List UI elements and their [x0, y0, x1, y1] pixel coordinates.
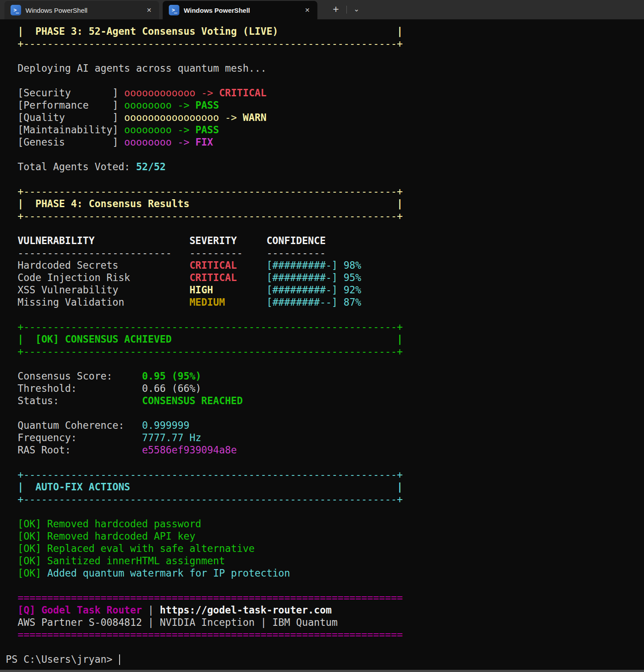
terminal-text-segment: Quantum Coherence:	[6, 420, 142, 431]
terminal-line	[6, 50, 644, 62]
terminal-line: XSS Vulnerability HIGH [#########-] 92%	[6, 284, 644, 296]
prompt-text: PS C:\Users\jryan>	[6, 654, 118, 665]
terminal-text-segment: oooooooo ->	[124, 124, 196, 135]
terminal-text-segment: [#########-] 92%	[266, 284, 361, 296]
terminal-line: Consensus Score: 0.95 (95%)	[6, 370, 644, 382]
terminal[interactable]: | PHASE 3: 52-Agent Consensus Voting (LI…	[0, 19, 644, 670]
powershell-icon: >_	[169, 5, 179, 15]
terminal-line	[6, 308, 644, 321]
tab-label: Windows PowerShell	[184, 7, 301, 14]
terminal-text-segment: [Security ]	[6, 87, 124, 99]
terminal-line: [Quality ] oooooooooooooooo -> WARN	[6, 111, 644, 124]
terminal-text-segment: MEDIUM	[189, 296, 225, 308]
terminal-line: [Genesis ] oooooooo -> FIX	[6, 136, 644, 148]
terminal-text-segment: |	[148, 604, 160, 616]
terminal-line: Threshold: 0.66 (66%)	[6, 382, 644, 394]
terminal-line: [OK] Removed hardcoded password	[6, 518, 644, 530]
terminal-text-segment: +---------------------------------------…	[6, 38, 403, 49]
terminal-line: Missing Validation MEDIUM [########--] 8…	[6, 296, 644, 308]
terminal-line: [OK] Removed hardcoded API key	[6, 530, 644, 542]
terminal-line	[6, 505, 644, 518]
terminal-line: Quantum Coherence: 0.999999	[6, 419, 644, 431]
terminal-text-segment: oooooooooooo ->	[124, 87, 219, 99]
terminal-text-segment: +---------------------------------------…	[6, 493, 403, 505]
terminal-text-segment: +---------------------------------------…	[6, 321, 403, 332]
terminal-line: AWS Partner S-0084812 | NVIDIA Inception…	[6, 616, 644, 628]
tab-bar-separator	[346, 6, 347, 14]
terminal-text-segment: CRITICAL	[219, 87, 266, 99]
terminal-line	[6, 641, 644, 653]
terminal-line: [Performance ] oooooooo -> PASS	[6, 99, 644, 111]
terminal-text-segment: PASS	[195, 99, 219, 111]
terminal-text-segment: XSS Vulnerability	[6, 284, 189, 296]
tab-dropdown-icon[interactable]: ⌄	[349, 2, 364, 18]
terminal-line: Deploying AI agents across quantum mesh.…	[6, 62, 644, 74]
terminal-line: Total Agents Voted: 52/52	[6, 161, 644, 173]
terminal-line	[6, 222, 644, 234]
terminal-text-segment: [Performance ]	[6, 99, 124, 111]
terminal-text-segment: Missing Validation	[6, 296, 189, 308]
terminal-line	[6, 579, 644, 592]
terminal-line: [Maintainability] oooooooo -> PASS	[6, 124, 644, 136]
terminal-line: [OK] Sanitized innerHTML assignment	[6, 555, 644, 567]
terminal-text-segment: ========================================…	[6, 592, 403, 603]
new-tab-button[interactable]: +	[328, 2, 344, 18]
terminal-line: Status: CONSENSUS REACHED	[6, 394, 644, 407]
terminal-text-segment: PASS	[195, 124, 219, 135]
terminal-text-segment: oooooooo ->	[124, 136, 196, 148]
terminal-text-segment: Status:	[6, 395, 142, 406]
terminal-line	[6, 74, 644, 87]
terminal-text-segment: | AUTO-FIX ACTIONS |	[6, 481, 403, 493]
terminal-text-segment: [########--] 87%	[266, 296, 361, 308]
terminal-text-segment: oooooooooooooooo ->	[124, 112, 243, 123]
terminal-line: -------------------------- --------- ---…	[6, 247, 644, 259]
terminal-text-segment: ========================================…	[6, 629, 403, 640]
window-bottom-edge	[0, 670, 644, 672]
terminal-text-segment: CONSENSUS REACHED	[142, 395, 243, 406]
terminal-text-segment: Threshold:	[6, 383, 142, 394]
terminal-line: | [OK] CONSENSUS ACHIEVED |	[6, 333, 644, 345]
terminal-line: +---------------------------------------…	[6, 493, 644, 505]
terminal-text-segment	[213, 284, 266, 296]
terminal-line: Hardcoded Secrets CRITICAL [#########-] …	[6, 259, 644, 271]
terminal-line: | PHASE 4: Consensus Results |	[6, 197, 644, 210]
text-cursor	[119, 654, 120, 665]
terminal-text-segment: [OK] Removed hardcoded password	[6, 518, 201, 530]
tab-windows-powershell-1[interactable]: >_ Windows PowerShell ✕	[4, 1, 159, 19]
terminal-line: VULNERABILITY SEVERITY CONFIDENCE	[6, 234, 644, 247]
terminal-text-segment: [Maintainability]	[6, 124, 124, 135]
terminal-text-segment: CRITICAL	[189, 272, 237, 283]
tab-windows-powershell-2[interactable]: >_ Windows PowerShell ✕	[163, 1, 317, 19]
terminal-text-segment: 0.95 (95%)	[142, 370, 201, 382]
terminal-line: [Q] Godel Task Router | https://godel-ta…	[6, 604, 644, 616]
terminal-line: ========================================…	[6, 628, 644, 641]
terminal-text-segment: [Genesis ]	[6, 136, 124, 148]
terminal-text-segment: https://godel-task-router.com	[160, 604, 332, 616]
terminal-line	[6, 173, 644, 185]
terminal-text-segment: FIX	[195, 136, 213, 148]
terminal-text-segment: [OK]	[6, 567, 47, 579]
terminal-line: +---------------------------------------…	[6, 210, 644, 222]
terminal-text-segment: Total Agents Voted:	[6, 161, 136, 172]
terminal-text-segment: +---------------------------------------…	[6, 346, 403, 357]
terminal-text-segment: Code Injection Risk	[6, 272, 189, 283]
close-icon[interactable]: ✕	[142, 4, 156, 17]
terminal-text-segment: | [OK] CONSENSUS ACHIEVED |	[6, 333, 403, 345]
prompt-line: PS C:\Users\jryan>	[6, 653, 644, 665]
close-icon[interactable]: ✕	[301, 4, 314, 17]
terminal-text-segment: AWS Partner S-0084812 | NVIDIA Inception…	[6, 617, 338, 628]
terminal-line	[6, 456, 644, 468]
terminal-line: +---------------------------------------…	[6, 345, 644, 358]
terminal-line: +---------------------------------------…	[6, 37, 644, 50]
terminal-text-segment: 52/52	[136, 161, 166, 172]
terminal-text-segment: [OK] Removed hardcoded API key	[6, 530, 195, 542]
terminal-line: | PHASE 3: 52-Agent Consensus Voting (LI…	[6, 25, 644, 37]
terminal-line: Frequency: 7777.77 Hz	[6, 431, 644, 444]
terminal-text-segment: Hardcoded Secrets	[6, 259, 189, 271]
terminal-text-segment: [#########-] 98%	[266, 259, 361, 271]
terminal-text-segment: HIGH	[189, 284, 213, 296]
terminal-line: | AUTO-FIX ACTIONS |	[6, 481, 644, 493]
terminal-text-segment: Consensus Score:	[6, 370, 142, 382]
terminal-text-segment: e5586ef939094a8e	[142, 444, 237, 456]
terminal-text-segment: CRITICAL	[189, 259, 237, 271]
